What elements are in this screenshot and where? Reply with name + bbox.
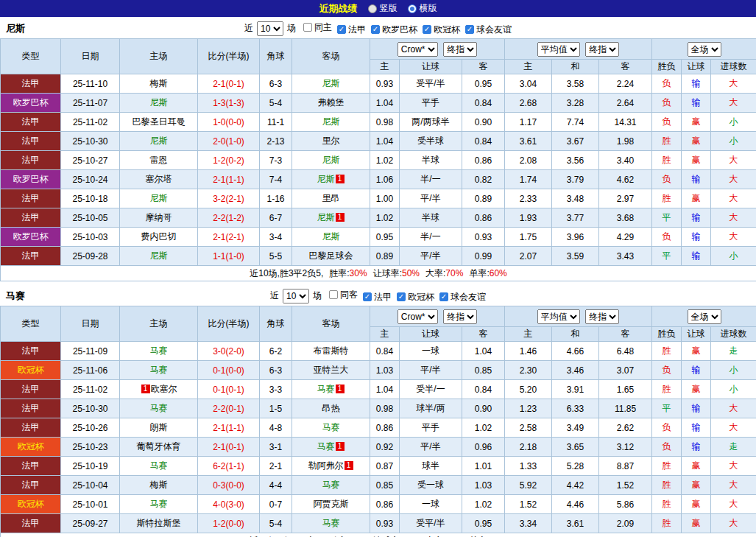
team-link[interactable]: 马赛 [322,518,340,528]
match-score[interactable]: 1-1(1-0) [198,247,260,266]
home-team-cell[interactable]: 摩纳哥 [120,208,198,228]
team-link[interactable]: 尼斯 [322,155,340,165]
home-team-cell[interactable]: 梅斯 [120,74,198,94]
home-team-cell[interactable]: 尼斯 [120,132,198,151]
team-link[interactable]: 尼斯 [150,97,168,108]
team-link[interactable]: 里昂 [322,193,340,203]
filter-checkbox[interactable]: ✓法甲 [363,291,392,303]
away-team-cell[interactable]: 尼斯 [292,228,370,247]
team-link[interactable]: 马赛 [317,384,335,394]
team-link[interactable]: 马赛 [322,422,340,432]
team-link[interactable]: 布雷斯特 [314,345,349,356]
filter-checkbox[interactable]: ✓球会友谊 [465,24,512,36]
home-team-cell[interactable]: 塞尔塔 [120,170,198,189]
team-link[interactable]: 巴黎足球会 [309,250,353,261]
team-link[interactable]: 马赛 [150,345,168,356]
home-team-cell[interactable]: 雷恩 [120,151,198,170]
checkbox-icon[interactable]: ✓ [423,25,431,34]
away-team-cell[interactable]: 弗赖堡 [292,94,370,113]
filter-checkbox[interactable]: ✓欧冠杯 [423,24,460,36]
match-count-select[interactable]: 10 [257,21,283,36]
match-score[interactable]: 1-2(0-0) [198,514,260,533]
team-link[interactable]: 马赛 [322,480,340,490]
checkbox-icon[interactable]: ✓ [337,25,346,34]
team-link[interactable]: 尼斯 [150,250,168,261]
team-link[interactable]: 斯特拉斯堡 [137,518,181,528]
team-link[interactable]: 马赛 [150,499,168,509]
team-link[interactable]: 雷恩 [150,155,168,165]
home-team-cell[interactable]: 马赛 [120,399,198,418]
match-score[interactable]: 2-1(0-1) [198,438,260,457]
team-link[interactable]: 尼斯 [322,78,340,88]
away-team-cell[interactable]: 昂热 [292,399,370,418]
team-link[interactable]: 欧塞尔 [151,384,177,394]
match-score[interactable]: 2-2(1-2) [198,208,260,228]
home-team-cell[interactable]: 梅斯 [120,476,198,495]
home-team-cell[interactable]: 1欧塞尔 [120,380,198,399]
home-team-cell[interactable]: 尼斯 [120,189,198,208]
away-team-cell[interactable]: 巴黎足球会 [292,247,370,266]
home-team-cell[interactable]: 斯特拉斯堡 [120,514,198,533]
home-team-cell[interactable]: 巴黎圣日耳曼 [120,113,198,132]
match-count-select[interactable]: 10 [283,289,309,303]
match-score[interactable]: 6-2(1-1) [198,457,260,476]
away-team-cell[interactable]: 尼斯 [292,74,370,94]
away-team-cell[interactable]: 马赛1 [292,438,370,457]
home-team-cell[interactable]: 葡萄牙体育 [120,438,198,457]
home-team-cell[interactable]: 尼斯 [120,247,198,266]
team-link[interactable]: 尼斯 [150,136,168,146]
team-link[interactable]: 马赛 [317,441,335,452]
team-link[interactable]: 尼斯 [322,116,340,127]
match-score[interactable]: 0-3(0-0) [198,476,260,495]
away-team-cell[interactable]: 里昂 [292,189,370,208]
match-score[interactable]: 2-1(1-1) [198,170,260,189]
match-score[interactable]: 0-1(0-1) [198,380,260,399]
away-team-cell[interactable]: 里尔 [292,132,370,151]
match-score[interactable]: 2-1(1-1) [198,418,260,438]
away-team-cell[interactable]: 尼斯1 [292,208,370,228]
avg-final-select[interactable]: 终指 [585,42,619,57]
match-score[interactable]: 1-0(0-0) [198,113,260,132]
team-link[interactable]: 弗赖堡 [318,97,345,108]
checkbox-icon[interactable]: ✓ [465,25,474,34]
team-link[interactable]: 里尔 [322,136,340,146]
away-team-cell[interactable]: 布雷斯特 [292,342,370,361]
team-link[interactable]: 尼斯 [150,193,168,203]
filter-checkbox[interactable]: ✓欧冠杯 [397,291,434,303]
checkbox-icon[interactable]: ✓ [439,292,448,301]
away-team-cell[interactable]: 勒阿弗尔1 [292,457,370,476]
match-score[interactable]: 0-1(0-0) [198,361,260,380]
scope-select[interactable]: 全场 [688,309,721,324]
away-team-cell[interactable]: 亚特兰大 [292,361,370,380]
team-link[interactable]: 巴黎圣日耳曼 [133,116,186,127]
team-link[interactable]: 梅斯 [150,78,168,88]
away-team-cell[interactable]: 尼斯 [292,151,370,170]
match-score[interactable]: 1-3(1-3) [198,94,260,113]
match-score[interactable]: 2-1(2-1) [198,228,260,247]
team-link[interactable]: 塞尔塔 [146,174,172,184]
match-score[interactable]: 2-0(1-0) [198,132,260,151]
team-link[interactable]: 亚特兰大 [314,365,349,375]
scope-select[interactable]: 全场 [688,42,721,57]
filter-checkbox[interactable]: ✓法甲 [337,24,366,36]
away-team-cell[interactable]: 马赛 [292,476,370,495]
team-link[interactable]: 葡萄牙体育 [137,441,181,452]
odds-final-select[interactable]: 终指 [443,42,477,57]
filter-checkbox[interactable]: ✓欧罗巴杯 [371,24,417,36]
checkbox-icon[interactable] [303,23,312,32]
team-link[interactable]: 尼斯 [322,231,340,242]
team-link[interactable]: 尼斯 [317,174,335,184]
team-link[interactable]: 昂热 [322,403,340,413]
match-score[interactable]: 2-1(0-1) [198,74,260,94]
away-team-cell[interactable]: 马赛1 [292,380,370,399]
match-score[interactable]: 3-0(2-0) [198,342,260,361]
away-team-cell[interactable]: 尼斯1 [292,170,370,189]
team-link[interactable]: 尼斯 [317,212,335,222]
match-score[interactable]: 2-2(0-1) [198,399,260,418]
home-team-cell[interactable]: 马赛 [120,361,198,380]
checkbox-icon[interactable]: ✓ [397,292,406,301]
home-team-cell[interactable]: 马赛 [120,457,198,476]
home-team-cell[interactable]: 尼斯 [120,94,198,113]
team-link[interactable]: 马赛 [150,460,168,471]
radio-horizontal[interactable]: 横版 [408,2,437,15]
